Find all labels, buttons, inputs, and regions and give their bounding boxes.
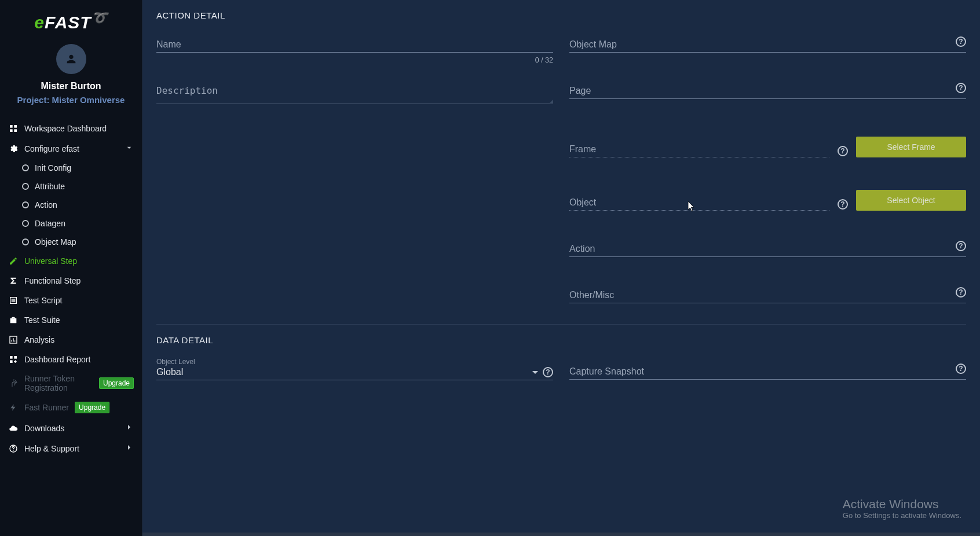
sidebar-item-functional-step[interactable]: Functional Step [0,271,142,291]
app-root: eFAST➰ Mister Burton Project: Mister Omn… [0,0,980,536]
dashboard-icon [8,123,19,134]
sidebar-item-label: Action [35,200,57,210]
empty-cell [156,190,553,190]
logo-rest: FAST [45,13,92,32]
sidebar-item-label: Downloads [24,424,64,433]
object-map-input-line [569,39,966,53]
sidebar-item-test-suite[interactable]: Test Suite [0,310,142,330]
sidebar-item-label: Test Script [24,296,62,305]
sidebar-item-help-support[interactable]: Help & Support [0,438,142,458]
capture-snapshot-input-line [569,366,966,380]
capture-snapshot-input[interactable] [569,366,966,377]
sidebar-item-downloads[interactable]: Downloads [0,418,142,438]
sidebar-subitem-datagen[interactable]: Datagen [0,214,142,233]
help-icon[interactable]: ? [956,241,966,251]
nav: Workspace Dashboard Configure efast Init… [0,114,142,536]
svg-point-16 [13,450,13,450]
description-input[interactable] [156,85,553,101]
sidebar-item-runner-token[interactable]: Runner Token Registration Upgrade [0,369,142,397]
upgrade-badge[interactable]: Upgrade [99,377,134,389]
field-page: ? [569,85,966,104]
logo-swoosh-icon: ➰ [92,10,108,25]
svg-rect-1 [14,125,17,128]
sidebar-item-label: Runner Token Registration [24,374,93,392]
sidebar-item-universal-step[interactable]: Universal Step [0,251,142,271]
action-form-grid: 0 / 32 ? [156,25,966,324]
help-icon[interactable]: ? [838,199,848,210]
object-map-input[interactable] [569,39,966,50]
sidebar-item-label: Functional Step [24,276,81,285]
resize-handle-icon[interactable] [547,97,553,103]
select-frame-button[interactable]: Select Frame [856,137,966,157]
help-icon[interactable]: ? [956,287,966,298]
action-input[interactable] [569,244,966,254]
sidebar-item-label: Test Suite [24,315,60,325]
upgrade-badge[interactable]: Upgrade [75,402,109,413]
object-level-select[interactable]: Global ? [156,367,553,380]
svg-rect-3 [14,129,17,132]
select-object-button[interactable]: Select Object [856,190,966,211]
help-icon[interactable]: ? [838,146,848,156]
svg-rect-12 [10,356,13,359]
sidebar-item-test-script[interactable]: Test Script [0,291,142,310]
avatar[interactable] [56,44,86,74]
bullet-icon [22,238,29,245]
object-input[interactable] [569,197,829,208]
dropdown-arrow-icon [532,371,538,374]
other-input-line [569,289,966,303]
briefcase-icon [8,315,19,325]
field-object-level: Object Level Global ? [156,358,553,380]
main-content: ACTION DETAIL 0 / 32 ? [142,0,980,536]
sidebar-subitem-object-map[interactable]: Object Map [0,233,142,251]
logo-e: e [34,13,45,32]
field-description [156,85,553,104]
action-input-line [569,243,966,257]
field-object: ? Select Object [569,190,966,211]
windows-activation-watermark: Activate Windows Go to Settings to activ… [843,497,961,520]
sidebar-item-label: Help & Support [24,444,79,453]
svg-rect-0 [10,125,13,128]
page-input[interactable] [569,86,966,96]
frame-input[interactable] [569,144,829,155]
sidebar-item-dashboard-report[interactable]: Dashboard Report [0,350,142,369]
sidebar-item-label: Init Config [35,163,71,172]
sidebar-item-label: Configure efast [24,144,79,153]
sidebar-item-configure-efast[interactable]: Configure efast [0,138,142,159]
sidebar-item-analysis[interactable]: Analysis [0,330,142,350]
chart-icon [8,335,19,345]
grid-plus-icon [8,354,19,365]
sidebar-subitem-init-config[interactable]: Init Config [0,159,142,177]
help-icon[interactable]: ? [956,83,966,93]
logo-text: eFAST➰ [34,13,107,32]
cloud-download-icon [8,423,19,434]
sidebar-item-fast-runner[interactable]: Fast Runner Upgrade [0,397,142,418]
help-icon[interactable]: ? [956,364,966,374]
bottom-scroll-track[interactable] [142,533,980,536]
project-name: Project: Mister Omniverse [0,95,142,105]
name-input[interactable] [156,39,553,50]
sidebar-item-label: Fast Runner [24,403,69,412]
user-icon [65,53,78,65]
object-level-label: Object Level [156,358,553,366]
name-char-count: 0 / 32 [535,56,553,64]
bullet-icon [22,183,29,190]
list-icon [8,295,19,306]
empty-cell [156,289,553,290]
help-icon[interactable]: ? [956,36,966,47]
section-title-action-detail: ACTION DETAIL [156,10,966,20]
sidebar-subitem-action[interactable]: Action [0,196,142,214]
sigma-icon [8,276,19,286]
chevron-right-icon [125,443,134,454]
sidebar-subitem-attribute[interactable]: Attribute [0,177,142,196]
chevron-down-icon [125,143,134,154]
other-input[interactable] [569,290,966,300]
help-icon[interactable]: ? [543,367,553,377]
field-object-map: ? [569,39,966,53]
sidebar-item-label: Analysis [24,335,54,344]
svg-rect-14 [10,360,13,363]
help-icon [8,443,19,454]
sidebar-item-workspace-dashboard[interactable]: Workspace Dashboard [0,119,142,138]
sidebar-item-label: Datagen [35,219,65,228]
object-input-line [569,197,829,211]
object-level-value: Global [156,367,532,377]
